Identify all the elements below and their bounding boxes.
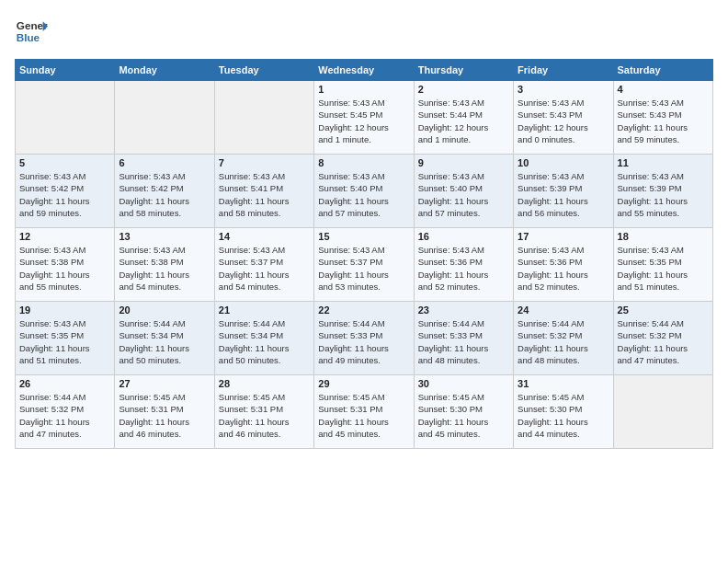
calendar-cell: 29Sunrise: 5:45 AM Sunset: 5:31 PM Dayli… <box>314 375 414 449</box>
day-info: Sunrise: 5:43 AM Sunset: 5:36 PM Dayligh… <box>518 244 609 293</box>
day-number: 18 <box>618 231 709 242</box>
day-number: 21 <box>219 304 310 316</box>
calendar-header: SundayMondayTuesdayWednesdayThursdayFrid… <box>16 60 713 81</box>
calendar-cell: 12Sunrise: 5:43 AM Sunset: 5:38 PM Dayli… <box>16 228 115 302</box>
calendar-cell: 25Sunrise: 5:44 AM Sunset: 5:32 PM Dayli… <box>613 302 712 375</box>
day-number: 12 <box>19 231 110 242</box>
calendar-cell: 5Sunrise: 5:43 AM Sunset: 5:42 PM Daylig… <box>16 155 115 228</box>
calendar-cell: 15Sunrise: 5:43 AM Sunset: 5:37 PM Dayli… <box>314 228 414 302</box>
day-number: 2 <box>418 84 509 95</box>
calendar-cell <box>214 81 313 155</box>
calendar-cell: 10Sunrise: 5:43 AM Sunset: 5:39 PM Dayli… <box>514 155 613 228</box>
day-info: Sunrise: 5:44 AM Sunset: 5:32 PM Dayligh… <box>618 317 709 366</box>
day-info: Sunrise: 5:43 AM Sunset: 5:42 PM Dayligh… <box>119 170 210 219</box>
calendar-cell: 20Sunrise: 5:44 AM Sunset: 5:34 PM Dayli… <box>115 302 214 375</box>
day-info: Sunrise: 5:43 AM Sunset: 5:36 PM Dayligh… <box>418 244 509 293</box>
day-info: Sunrise: 5:44 AM Sunset: 5:34 PM Dayligh… <box>219 317 310 366</box>
day-number: 25 <box>618 304 709 316</box>
header: General Blue <box>15 15 713 48</box>
calendar-cell: 27Sunrise: 5:45 AM Sunset: 5:31 PM Dayli… <box>115 375 214 449</box>
day-number: 15 <box>318 231 409 242</box>
day-info: Sunrise: 5:43 AM Sunset: 5:37 PM Dayligh… <box>219 244 310 293</box>
day-info: Sunrise: 5:43 AM Sunset: 5:35 PM Dayligh… <box>19 317 110 366</box>
day-info: Sunrise: 5:44 AM Sunset: 5:33 PM Dayligh… <box>318 317 409 366</box>
day-info: Sunrise: 5:43 AM Sunset: 5:39 PM Dayligh… <box>618 170 709 219</box>
day-number: 28 <box>219 378 310 389</box>
calendar-cell: 2Sunrise: 5:43 AM Sunset: 5:44 PM Daylig… <box>414 81 513 155</box>
calendar-cell: 30Sunrise: 5:45 AM Sunset: 5:30 PM Dayli… <box>414 375 513 449</box>
calendar-cell <box>16 81 115 155</box>
calendar-cell: 3Sunrise: 5:43 AM Sunset: 5:43 PM Daylig… <box>514 81 613 155</box>
day-info: Sunrise: 5:45 AM Sunset: 5:30 PM Dayligh… <box>518 391 609 440</box>
weekday-header-sunday: Sunday <box>16 60 115 81</box>
calendar-cell <box>115 81 214 155</box>
calendar-week-5: 26Sunrise: 5:44 AM Sunset: 5:32 PM Dayli… <box>16 375 713 449</box>
calendar-cell: 28Sunrise: 5:45 AM Sunset: 5:31 PM Dayli… <box>214 375 313 449</box>
day-info: Sunrise: 5:44 AM Sunset: 5:33 PM Dayligh… <box>418 317 509 366</box>
day-info: Sunrise: 5:43 AM Sunset: 5:38 PM Dayligh… <box>19 244 110 293</box>
day-info: Sunrise: 5:43 AM Sunset: 5:45 PM Dayligh… <box>318 97 409 145</box>
calendar-week-3: 12Sunrise: 5:43 AM Sunset: 5:38 PM Dayli… <box>16 228 713 302</box>
weekday-header-row: SundayMondayTuesdayWednesdayThursdayFrid… <box>16 60 713 81</box>
calendar-cell: 9Sunrise: 5:43 AM Sunset: 5:40 PM Daylig… <box>414 155 513 228</box>
day-number: 6 <box>119 157 210 168</box>
calendar-cell: 13Sunrise: 5:43 AM Sunset: 5:38 PM Dayli… <box>115 228 214 302</box>
calendar-body: 1Sunrise: 5:43 AM Sunset: 5:45 PM Daylig… <box>16 81 713 449</box>
day-info: Sunrise: 5:43 AM Sunset: 5:43 PM Dayligh… <box>518 97 609 145</box>
calendar-cell <box>613 375 712 449</box>
weekday-header-wednesday: Wednesday <box>314 60 414 81</box>
day-info: Sunrise: 5:45 AM Sunset: 5:30 PM Dayligh… <box>418 391 509 440</box>
calendar-cell: 1Sunrise: 5:43 AM Sunset: 5:45 PM Daylig… <box>314 81 414 155</box>
day-number: 26 <box>19 378 110 389</box>
day-info: Sunrise: 5:45 AM Sunset: 5:31 PM Dayligh… <box>318 391 409 440</box>
svg-text:Blue: Blue <box>17 31 40 43</box>
day-number: 9 <box>418 157 509 168</box>
day-number: 8 <box>318 157 409 168</box>
day-number: 30 <box>418 378 509 389</box>
logo: General Blue <box>15 15 51 48</box>
day-number: 20 <box>119 304 210 316</box>
day-number: 7 <box>219 157 310 168</box>
day-info: Sunrise: 5:43 AM Sunset: 5:38 PM Dayligh… <box>119 244 210 293</box>
day-info: Sunrise: 5:43 AM Sunset: 5:44 PM Dayligh… <box>418 97 509 145</box>
calendar-cell: 16Sunrise: 5:43 AM Sunset: 5:36 PM Dayli… <box>414 228 513 302</box>
calendar-cell: 17Sunrise: 5:43 AM Sunset: 5:36 PM Dayli… <box>514 228 613 302</box>
calendar-cell: 21Sunrise: 5:44 AM Sunset: 5:34 PM Dayli… <box>214 302 313 375</box>
calendar-cell: 7Sunrise: 5:43 AM Sunset: 5:41 PM Daylig… <box>214 155 313 228</box>
calendar-cell: 18Sunrise: 5:43 AM Sunset: 5:35 PM Dayli… <box>613 228 712 302</box>
calendar-cell: 11Sunrise: 5:43 AM Sunset: 5:39 PM Dayli… <box>613 155 712 228</box>
day-number: 1 <box>318 84 409 95</box>
day-number: 4 <box>618 84 709 95</box>
day-number: 23 <box>418 304 509 316</box>
day-number: 13 <box>119 231 210 242</box>
calendar-cell: 6Sunrise: 5:43 AM Sunset: 5:42 PM Daylig… <box>115 155 214 228</box>
day-number: 3 <box>518 84 609 95</box>
day-info: Sunrise: 5:43 AM Sunset: 5:41 PM Dayligh… <box>219 170 310 219</box>
calendar-cell: 24Sunrise: 5:44 AM Sunset: 5:32 PM Dayli… <box>514 302 613 375</box>
day-number: 16 <box>418 231 509 242</box>
calendar-week-1: 1Sunrise: 5:43 AM Sunset: 5:45 PM Daylig… <box>16 81 713 155</box>
weekday-header-monday: Monday <box>115 60 214 81</box>
day-info: Sunrise: 5:43 AM Sunset: 5:42 PM Dayligh… <box>19 170 110 219</box>
calendar-cell: 22Sunrise: 5:44 AM Sunset: 5:33 PM Dayli… <box>314 302 414 375</box>
day-number: 14 <box>219 231 310 242</box>
calendar-cell: 23Sunrise: 5:44 AM Sunset: 5:33 PM Dayli… <box>414 302 513 375</box>
day-info: Sunrise: 5:43 AM Sunset: 5:39 PM Dayligh… <box>518 170 609 219</box>
day-info: Sunrise: 5:43 AM Sunset: 5:40 PM Dayligh… <box>318 170 409 219</box>
day-info: Sunrise: 5:44 AM Sunset: 5:34 PM Dayligh… <box>119 317 210 366</box>
day-info: Sunrise: 5:45 AM Sunset: 5:31 PM Dayligh… <box>219 391 310 440</box>
day-number: 5 <box>19 157 110 168</box>
day-info: Sunrise: 5:44 AM Sunset: 5:32 PM Dayligh… <box>19 391 110 440</box>
calendar-cell: 14Sunrise: 5:43 AM Sunset: 5:37 PM Dayli… <box>214 228 313 302</box>
day-info: Sunrise: 5:43 AM Sunset: 5:43 PM Dayligh… <box>618 97 709 145</box>
day-number: 17 <box>518 231 609 242</box>
weekday-header-friday: Friday <box>514 60 613 81</box>
day-number: 19 <box>19 304 110 316</box>
day-number: 24 <box>518 304 609 316</box>
weekday-header-thursday: Thursday <box>414 60 513 81</box>
day-info: Sunrise: 5:43 AM Sunset: 5:35 PM Dayligh… <box>618 244 709 293</box>
day-info: Sunrise: 5:44 AM Sunset: 5:32 PM Dayligh… <box>518 317 609 366</box>
day-number: 22 <box>318 304 409 316</box>
calendar-cell: 31Sunrise: 5:45 AM Sunset: 5:30 PM Dayli… <box>514 375 613 449</box>
calendar-cell: 8Sunrise: 5:43 AM Sunset: 5:40 PM Daylig… <box>314 155 414 228</box>
